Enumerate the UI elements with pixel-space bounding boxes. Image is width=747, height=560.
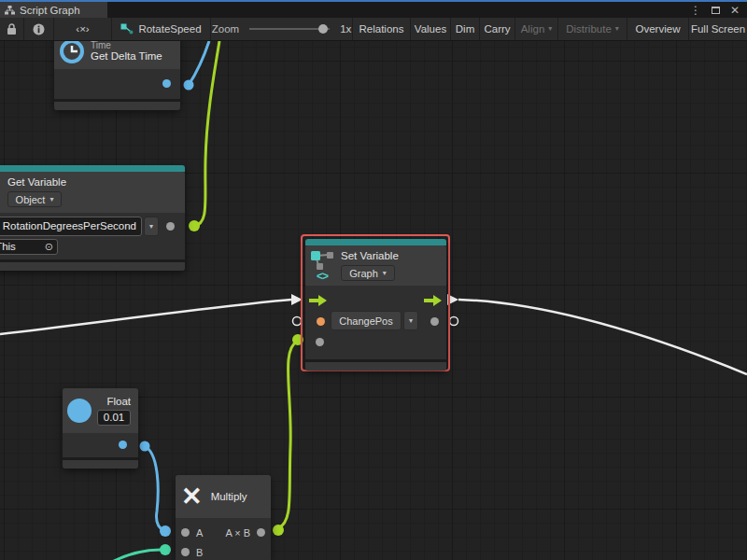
node-footer: [305, 359, 446, 371]
variable-scope-dropdown[interactable]: Graph ▾: [341, 265, 395, 281]
get-variable-wire-endpoint: [189, 220, 200, 231]
node-title: Get Delta Time: [91, 50, 162, 63]
maximize-icon[interactable]: [712, 7, 720, 14]
graph-name: RotateSpeed: [138, 23, 201, 35]
zoom-control: Zoom 1x: [211, 18, 353, 40]
variable-target-field[interactable]: This ⊙: [0, 239, 58, 255]
float-output-port[interactable]: [119, 441, 127, 449]
node-float[interactable]: Float 0.01: [63, 388, 138, 469]
graph-icon: [120, 23, 134, 35]
float-icon: [67, 399, 92, 423]
set-variable-value-output-port[interactable]: [430, 317, 439, 326]
node-footer: [54, 99, 180, 110]
menu-icon[interactable]: ⋮: [690, 5, 701, 16]
window-controls: ⋮ ✕: [690, 2, 747, 18]
code-view-button[interactable]: ‹×›: [54, 18, 112, 40]
variable-scope-dropdown[interactable]: Object ▾: [7, 191, 62, 207]
clock-icon: [58, 37, 86, 65]
carry-button[interactable]: Carry: [480, 18, 515, 40]
delta-time-output-port[interactable]: [162, 79, 171, 88]
node-get-delta-time[interactable]: Time Get Delta Time: [54, 34, 180, 110]
variable-node-accent-bar: [305, 239, 446, 245]
node-title: Get Variable: [7, 176, 66, 189]
dropdown-arrow-icon: ▾: [615, 25, 619, 33]
node-title: Multiply: [211, 491, 247, 503]
dropdown-arrow-icon: ▾: [383, 270, 387, 277]
unity-visual-scripting-window: { "window": { "tab_title": "Script Graph…: [0, 0, 747, 560]
flow-wire-out-of-set-variable[interactable]: [458, 300, 747, 374]
zoom-value: 1x: [340, 23, 351, 35]
flow-input-port[interactable]: [309, 295, 328, 306]
zoom-label: Zoom: [212, 23, 239, 35]
dropdown-arrow-icon: ▾: [149, 223, 153, 231]
node-multiply[interactable]: ✕ Multiply A A × B B: [176, 475, 271, 560]
values-button[interactable]: Values: [411, 18, 451, 40]
set-variable-fallback-port[interactable]: [316, 338, 324, 346]
variable-name-dropdown-button[interactable]: ▾: [403, 311, 418, 330]
code-view-icon: ‹×›: [76, 23, 89, 35]
script-graph-icon: [5, 6, 15, 15]
zoom-slider-handle[interactable]: [318, 24, 328, 34]
graph-toolbar: ‹×› RotateSpeed Zoom 1x Relations Values…: [0, 18, 747, 41]
variable-name-dropdown[interactable]: ChangePos: [331, 311, 402, 330]
scope-value: Object: [16, 194, 46, 205]
align-button: Align▾: [515, 18, 558, 40]
dropdown-arrow-icon: ▾: [49, 196, 53, 203]
node-footer: [0, 259, 185, 271]
multiply-input-a-port[interactable]: [181, 528, 190, 537]
relations-button[interactable]: Relations: [353, 18, 411, 40]
overview-button[interactable]: Overview: [627, 18, 689, 40]
lock-button[interactable]: [0, 18, 24, 40]
info-button[interactable]: [24, 18, 54, 40]
port-label-a: A: [196, 527, 203, 539]
tab-bar: Script Graph ⋮ ✕: [0, 2, 747, 18]
scope-value: Graph: [349, 268, 378, 279]
variable-node-accent-bar: [0, 165, 185, 172]
dropdown-arrow-icon: ▾: [409, 317, 413, 325]
delta-time-wire[interactable]: [189, 41, 209, 85]
node-title: Float: [106, 396, 131, 408]
tab-script-graph[interactable]: Script Graph: [0, 2, 107, 18]
multiply-to-set-variable-wire[interactable]: [278, 341, 298, 528]
zoom-slider[interactable]: [249, 28, 330, 30]
float-wire-endpoint-start: [140, 441, 150, 452]
get-variable-output-port[interactable]: [166, 222, 175, 231]
multiply-wire-endpoint-start: [273, 525, 284, 536]
node-get-variable[interactable]: Get Variable Object ▾ RotationDegreesPer…: [0, 165, 185, 271]
float-wire-endpoint-end: [160, 525, 171, 537]
node-set-variable[interactable]: <> Set Variable Graph ▾ ChangePos ▾: [305, 239, 446, 371]
target-value: This: [0, 241, 16, 252]
flow-wire-into-set-variable[interactable]: [0, 300, 291, 334]
graph-variable-icon: [310, 250, 334, 271]
full-screen-button[interactable]: Full Screen: [689, 18, 747, 40]
multiply-icon: ✕: [181, 484, 203, 510]
close-icon[interactable]: ✕: [730, 5, 740, 16]
code-brackets-icon: <>: [317, 272, 328, 281]
variable-name-dropdown-button[interactable]: ▾: [144, 217, 159, 236]
node-footer: [63, 457, 138, 469]
tab-title: Script Graph: [20, 5, 80, 16]
variable-name-field[interactable]: RotationDegreesPerSecond: [0, 217, 142, 236]
float-value-field[interactable]: 0.01: [97, 410, 131, 426]
multiply-input-b-port[interactable]: [181, 548, 190, 556]
dropdown-arrow-icon: ▾: [548, 25, 552, 33]
teal-wire-endpoint: [160, 544, 171, 555]
teal-wire-into-multiply[interactable]: [112, 550, 161, 560]
object-picker-icon[interactable]: ⊙: [45, 242, 53, 252]
variable-name-value: ChangePos: [339, 315, 393, 327]
dim-button[interactable]: Dim: [451, 18, 480, 40]
flow-output-port[interactable]: [424, 295, 443, 306]
node-category: Time: [91, 40, 162, 50]
node-title: Set Variable: [341, 250, 399, 262]
graph-breadcrumb[interactable]: RotateSpeed: [112, 18, 211, 40]
lock-icon: [7, 23, 17, 35]
set-variable-value-input-port[interactable]: [317, 317, 325, 326]
port-label-axb: A × B: [225, 527, 250, 539]
float-to-multiply-wire[interactable]: [145, 446, 164, 531]
multiply-output-port[interactable]: [257, 528, 265, 537]
delta-time-wire-endpoint: [184, 80, 194, 91]
distribute-button: Distribute▾: [558, 18, 627, 40]
hollow-port-ring-right: [450, 317, 458, 326]
info-icon: [33, 23, 45, 35]
port-label-b: B: [196, 547, 203, 558]
